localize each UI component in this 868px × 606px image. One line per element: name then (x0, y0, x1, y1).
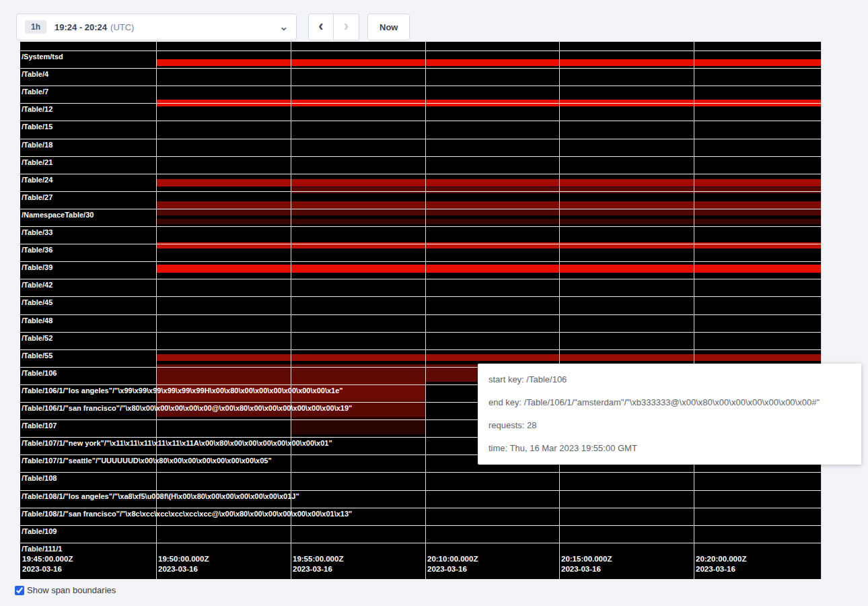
span-key-label: /Table/109 (22, 527, 57, 535)
time-nav-group: ‹ › (308, 13, 359, 40)
time-axis-tick: 20:10:00.000Z2023-03-16 (427, 554, 478, 574)
time-gridline (821, 42, 822, 579)
span-key-label: /Table/4 (22, 70, 48, 78)
span-boundary-line (20, 332, 822, 333)
toolbar: 1h 19:24 - 20:24 (UTC) ⌄ ‹ › Now (0, 0, 868, 40)
time-axis-tick: 20:15:00.000Z2023-03-16 (561, 554, 612, 574)
footer: Show span boundaries (15, 585, 868, 595)
span-boundary-line (20, 543, 822, 543)
key-visualizer-canvas[interactable]: start key: /Table/106 end key: /Table/10… (20, 42, 822, 579)
span-key-label: /Table/24 (22, 176, 52, 184)
tick-date: 2023-03-16 (561, 564, 612, 574)
heat-band (156, 219, 822, 224)
span-key-label: /Table/106 (22, 369, 57, 377)
tick-date: 2023-03-16 (158, 564, 209, 574)
span-key-label: /Table/108 (22, 474, 57, 482)
time-gridline (425, 42, 426, 579)
span-key-label: /Table/7 (22, 88, 48, 96)
time-gridline (291, 42, 291, 579)
span-boundary-line (20, 139, 822, 139)
time-gridline (559, 42, 560, 579)
tooltip-start-key: start key: /Table/106 (489, 373, 851, 386)
span-key-label: /Table/107/1/"seattle"/"UUUUUUD\x00\x80\… (22, 457, 272, 465)
next-time-button[interactable]: › (334, 13, 359, 40)
span-key-label: /System/tsd (22, 53, 63, 61)
span-boundary-line (20, 525, 822, 526)
span-boundary-line (20, 50, 822, 51)
tooltip-requests: requests: 28 (489, 419, 851, 432)
show-span-boundaries-checkbox[interactable] (15, 586, 24, 595)
heat-band (156, 209, 822, 215)
tick-time: 20:15:00.000Z (561, 554, 612, 564)
span-key-label: /Table/52 (22, 334, 52, 342)
time-axis-tick: 19:50:00.000Z2023-03-16 (158, 554, 209, 574)
span-key-label: /Table/111/1 (22, 545, 62, 553)
heat-band (156, 59, 822, 66)
tick-date: 2023-03-16 (427, 564, 478, 574)
time-range-selector[interactable]: 1h 19:24 - 20:24 (UTC) ⌄ (16, 13, 297, 40)
span-boundary-line (20, 244, 822, 244)
tick-date: 2023-03-16 (22, 564, 73, 574)
heat-band (156, 179, 822, 187)
tick-time: 20:20:00.000Z (696, 554, 746, 564)
now-button[interactable]: Now (367, 13, 410, 40)
tick-time: 20:10:00.000Z (427, 554, 478, 564)
time-axis-tick: 20:20:00.000Z2023-03-16 (696, 554, 746, 574)
span-boundary-line (20, 296, 822, 297)
time-axis-tick: 19:55:00.000Z2023-03-16 (293, 554, 343, 574)
span-boundary-line (20, 349, 822, 350)
span-key-label: /Table/106/1/"san francisco"/"\x80\x00\x… (22, 404, 352, 412)
span-boundary-line (20, 261, 822, 262)
heat-band (291, 187, 822, 193)
span-key-label: /Table/33 (22, 228, 52, 236)
span-key-label: /Table/21 (22, 158, 52, 166)
heat-band (156, 265, 822, 273)
timezone-label: (UTC) (110, 22, 134, 32)
span-key-label: /Table/39 (22, 263, 52, 271)
span-key-label: /Table/108/1/"los angeles"/"\xa8\xf5\u00… (22, 492, 299, 500)
span-boundary-line (20, 191, 822, 192)
span-boundary-line (20, 103, 822, 104)
span-key-label: /Table/107/1/"new york"/"\x11\x11\x11\x1… (22, 439, 332, 447)
span-key-label: /Table/36 (22, 246, 52, 254)
span-key-label: /Table/108/1/"san francisco"/"\x8c\xcc\x… (22, 510, 352, 518)
span-key-label: /Table/55 (22, 351, 52, 360)
span-boundary-line (20, 86, 822, 86)
chevron-left-icon: ‹ (318, 18, 323, 35)
show-span-boundaries-label: Show span boundaries (27, 585, 116, 595)
span-key-label: /Table/45 (22, 298, 52, 306)
tick-date: 2023-03-16 (293, 564, 343, 574)
heat-band (156, 354, 822, 361)
tick-date: 2023-03-16 (696, 564, 746, 574)
span-key-label: /Table/107 (22, 422, 57, 430)
span-boundary-line (20, 156, 822, 157)
tooltip-end-key: end key: /Table/106/1/"amsterdam"/"\xb33… (489, 396, 851, 409)
span-key-label: /Table/42 (22, 281, 52, 289)
span-boundary-line (20, 314, 822, 315)
span-key-label: /Table/18 (22, 141, 52, 149)
span-tooltip: start key: /Table/106 end key: /Table/10… (478, 364, 861, 465)
span-key-label: /Table/12 (22, 105, 52, 113)
tick-time: 19:55:00.000Z (293, 554, 343, 564)
chevron-right-icon: › (344, 18, 349, 35)
time-gridline (156, 42, 157, 579)
span-boundary-line (20, 508, 822, 508)
span-boundary-line (20, 174, 822, 174)
span-boundary-line (20, 472, 822, 473)
time-axis-tick: 19:45:00.000Z2023-03-16 (22, 554, 73, 574)
prev-time-button[interactable]: ‹ (308, 13, 334, 40)
tick-time: 19:50:00.000Z (158, 554, 209, 564)
time-gridline (694, 42, 694, 579)
span-boundary-line (20, 68, 822, 69)
span-boundary-line (20, 226, 822, 227)
chevron-down-icon: ⌄ (279, 24, 288, 30)
span-key-label: /Table/48 (22, 316, 52, 325)
span-key-label: /Table/106/1/"los angeles"/"\x99\x99\x99… (22, 386, 343, 395)
tick-time: 19:45:00.000Z (22, 554, 73, 564)
span-key-label: /Table/27 (22, 193, 52, 201)
heat-band (156, 201, 822, 209)
tooltip-time: time: Thu, 16 Mar 2023 19:55:00 GMT (489, 442, 851, 455)
span-boundary-line (20, 209, 822, 209)
span-boundary-line (20, 279, 822, 279)
duration-badge: 1h (25, 20, 46, 34)
